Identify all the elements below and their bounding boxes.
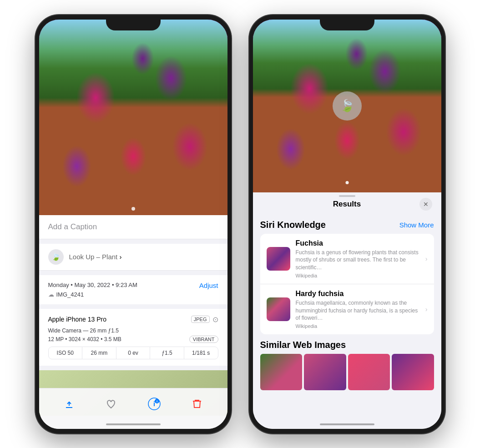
web-image-3[interactable] xyxy=(348,354,390,390)
show-more-button[interactable]: Show More xyxy=(399,221,434,229)
results-panel: Results ✕ Siri Knowledge Show More xyxy=(253,192,441,429)
location-icon: ⊙ xyxy=(212,315,218,324)
right-screen: 🍃 Results ✕ Siri Knowledge Show xyxy=(253,20,441,429)
lookup-row[interactable]: 🍃 Look Up – Plant › xyxy=(39,244,227,271)
format-badge: JPEG xyxy=(191,316,210,323)
knowledge-title: Siri Knowledge xyxy=(260,220,326,230)
camera-lens: Wide Camera — 26 mm ƒ1.5 xyxy=(48,327,218,334)
home-indicator xyxy=(106,423,161,425)
caption-placeholder: Add a Caption xyxy=(48,222,97,231)
chevron-right-icon: › xyxy=(425,255,428,262)
right-photo: 🍃 xyxy=(253,20,441,192)
camera-specs: 12 MP • 3024 × 4032 • 3.5 MB VIBRANT xyxy=(48,336,218,343)
svg-text:i: i xyxy=(157,399,157,403)
exif-iso: ISO 50 xyxy=(49,347,83,359)
results-content[interactable]: Siri Knowledge Show More Fuchsia Fuchsia… xyxy=(253,214,441,429)
metadata-section: Monday • May 30, 2022 • 9:23 AM Adjust ☁… xyxy=(39,275,227,304)
knowledge-section-header: Siri Knowledge Show More xyxy=(260,220,434,230)
left-phone: Add a Caption 🍃 Look Up – Plant › Monday… xyxy=(35,15,231,433)
knowledge-item-hardy[interactable]: Hardy fuchsia Fuchsia magellanica, commo… xyxy=(260,284,434,334)
knowledge-card: Fuchsia Fuchsia is a genus of flowering … xyxy=(260,234,434,335)
siri-dot xyxy=(345,181,349,184)
filename-row: ☁ IMG_4241 xyxy=(48,291,218,298)
filename: IMG_4241 xyxy=(56,291,84,298)
chevron-right-icon-2: › xyxy=(425,306,428,313)
fuchsia-text: Fuchsia Fuchsia is a genus of flowering … xyxy=(296,239,420,278)
siri-button[interactable]: 🍃 xyxy=(333,91,362,121)
hardy-text: Hardy fuchsia Fuchsia magellanica, commo… xyxy=(296,290,420,329)
vibrant-badge: VIBRANT xyxy=(189,336,218,343)
photo-date: Monday • May 30, 2022 • 9:23 AM xyxy=(48,282,137,288)
similar-title: Similar Web Images xyxy=(260,340,346,350)
hardy-source: Wikipedia xyxy=(296,323,420,329)
lookup-label: Look Up – Plant › xyxy=(69,253,122,261)
adjust-button[interactable]: Adjust xyxy=(199,282,218,289)
delete-button[interactable] xyxy=(192,398,202,409)
lookup-icon: 🍃 xyxy=(48,249,64,265)
web-image-2[interactable] xyxy=(304,354,346,390)
page-indicator xyxy=(131,207,135,211)
fuchsia-source: Wikipedia xyxy=(296,273,420,278)
cloud-icon: ☁ xyxy=(48,291,54,298)
photo-image[interactable] xyxy=(39,20,227,215)
drag-handle[interactable] xyxy=(339,195,355,197)
photo-toolbar: i i xyxy=(39,388,227,429)
home-indicator-right xyxy=(320,423,374,425)
exif-row: ISO 50 26 mm 0 ev ƒ1.5 1/181 s xyxy=(48,347,218,359)
exif-shutter: 1/181 s xyxy=(184,347,218,359)
info-button[interactable]: i i xyxy=(148,398,161,410)
fuchsia-desc: Fuchsia is a genus of flowering plants t… xyxy=(296,249,420,272)
left-screen: Add a Caption 🍃 Look Up – Plant › Monday… xyxy=(39,20,227,429)
fuchsia-name: Fuchsia xyxy=(296,239,420,247)
favorite-button[interactable] xyxy=(106,398,116,409)
exif-focal: 26 mm xyxy=(82,347,116,359)
camera-badges: JPEG ⊙ xyxy=(191,315,218,324)
share-button[interactable] xyxy=(64,398,75,409)
exif-aperture: ƒ1.5 xyxy=(150,347,184,359)
web-images-grid[interactable] xyxy=(260,354,434,390)
fuchsia-thumbnail xyxy=(267,247,290,271)
siri-icon: 🍃 xyxy=(340,99,354,113)
hardy-thumbnail xyxy=(267,297,290,321)
hardy-desc: Fuchsia magellanica, commonly known as t… xyxy=(296,299,420,322)
camera-section: Apple iPhone 13 Pro JPEG ⊙ Wide Camera —… xyxy=(39,309,227,366)
camera-model: Apple iPhone 13 Pro xyxy=(48,316,106,323)
knowledge-item-fuchsia[interactable]: Fuchsia Fuchsia is a genus of flowering … xyxy=(260,234,434,284)
right-phone: 🍃 Results ✕ Siri Knowledge Show xyxy=(249,15,445,433)
similar-section-header: Similar Web Images xyxy=(260,340,434,350)
exif-ev: 0 ev xyxy=(116,347,151,359)
hardy-name: Hardy fuchsia xyxy=(296,290,420,298)
caption-area[interactable]: Add a Caption xyxy=(39,215,227,239)
web-image-1[interactable] xyxy=(260,354,303,390)
close-button[interactable]: ✕ xyxy=(419,198,432,211)
results-title: Results xyxy=(275,200,419,209)
web-image-4[interactable] xyxy=(392,354,434,390)
